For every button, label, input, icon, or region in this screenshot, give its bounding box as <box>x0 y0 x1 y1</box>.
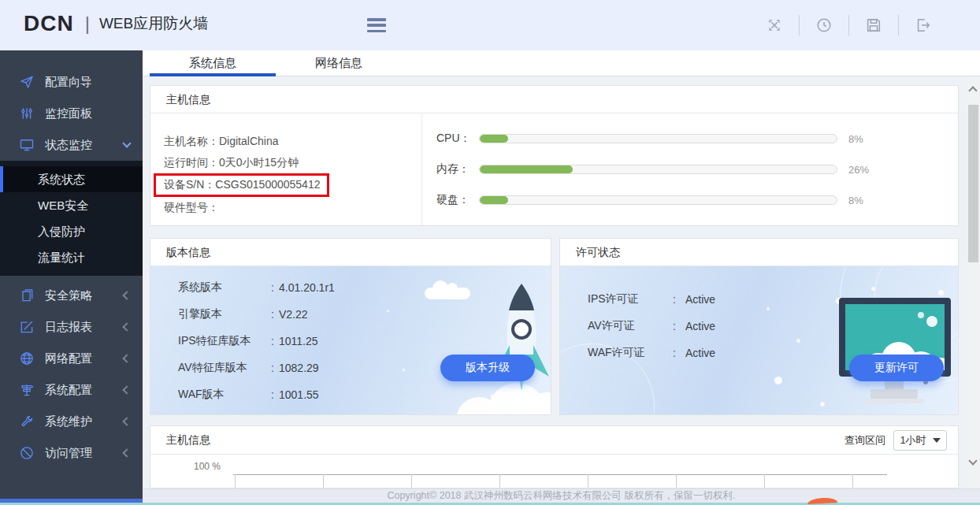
panel-title: 主机信息 <box>150 86 958 113</box>
host-chart-header: 主机信息 查询区间 1小时 <box>150 426 958 455</box>
chart-axis-line <box>233 474 887 475</box>
wrench-icon <box>19 414 35 429</box>
host-info-panel: 主机信息 主机名称：DigitalChina 运行时间：0天0小时15分钟 设备… <box>150 85 959 226</box>
save-icon[interactable] <box>865 17 882 34</box>
scroll-up-icon[interactable] <box>968 86 977 95</box>
monitor-icon <box>19 137 35 153</box>
monitor-illustration <box>833 295 955 413</box>
chevron-left-icon <box>122 322 131 331</box>
sidebar-item-access-management[interactable]: 访问管理 <box>0 437 143 469</box>
sidebar-item-label: 日志报表 <box>45 320 124 335</box>
brand: DCN | WEB应用防火墙 <box>24 11 208 36</box>
signpost-icon <box>19 382 35 398</box>
waf-dashboard: DCN | WEB应用防火墙 <box>0 0 980 505</box>
sparkle-dot <box>403 369 405 371</box>
sidebar-item-label: 安全策略 <box>45 288 124 303</box>
brand-separator: | <box>85 13 90 35</box>
sidebar-item-label: 配置向导 <box>45 75 130 90</box>
header-divider <box>898 15 899 35</box>
license-status-panel: 许可状态 IPS许可证 : Active AV许可证 : Active WAF许… <box>559 238 959 415</box>
app-title: WEB应用防火墙 <box>99 13 208 34</box>
copyright-text: Copyright© 2018 武汉神州数码云科网络技术有限公司 版权所有，保留… <box>388 490 736 501</box>
app-header: DCN | WEB应用防火墙 <box>0 0 980 50</box>
dcn-logo: DCN <box>24 11 74 36</box>
resource-meters: CPU： 8% 内存： 26% 硬盘： 8% <box>422 113 958 225</box>
paper-plane-icon <box>19 74 35 90</box>
sidebar-item-system-maintenance[interactable]: 系统维护 <box>0 406 143 437</box>
decor-dot <box>767 307 770 310</box>
sidebar-subitem-intrusion-prevention[interactable]: 入侵防护 <box>0 218 143 244</box>
decor-dot <box>820 402 825 407</box>
hardware-model-row: 硬件型号： <box>164 197 421 218</box>
chart-gridline <box>411 474 412 488</box>
sidebar-item-label: 系统维护 <box>45 414 124 429</box>
chevron-left-icon <box>122 354 131 362</box>
sidebar-item-log-report[interactable]: 日志报表 <box>0 311 143 343</box>
footer: Copyright© 2018 武汉神州数码云科网络技术有限公司 版权所有，保留… <box>143 488 980 503</box>
host-fields: 主机名称：DigitalChina 运行时间：0天0小时15分钟 设备S/N：C… <box>150 113 422 225</box>
sidebar-item-label: 系统配置 <box>45 383 124 398</box>
version-info-panel: 版本信息 系统版本 : 4.01.20.1r1 引擎版本 : V2.22 IPS… <box>150 238 551 415</box>
chart-gridline <box>235 474 236 488</box>
logout-icon[interactable] <box>915 17 932 34</box>
y-axis-tick-label: 100 % <box>194 461 221 472</box>
decor-dot <box>774 377 782 384</box>
query-range-select[interactable]: 1小时 <box>893 430 947 451</box>
query-range-control: 查询区间 1小时 <box>845 430 947 451</box>
clock-icon[interactable] <box>815 17 833 34</box>
sparkle-dot <box>387 310 389 312</box>
sidebar-item-system-config[interactable]: 系统配置 <box>0 374 143 406</box>
sidebar-item-label: 网络配置 <box>45 351 124 366</box>
disk-meter-track <box>479 195 837 205</box>
chart-gridline <box>852 474 853 488</box>
tab-system-info[interactable]: 系统信息 <box>150 50 276 76</box>
chart-gridline <box>764 474 765 488</box>
cpu-meter-row: CPU： 8% <box>436 132 958 146</box>
sidebar-item-monitor-panel[interactable]: 监控面板 <box>0 98 143 129</box>
sliders-icon <box>19 106 35 121</box>
panel-title: 许可状态 <box>560 239 958 266</box>
memory-meter-row: 内存： 26% <box>436 162 958 176</box>
scroll-down-icon[interactable] <box>968 456 977 465</box>
memory-percent: 26% <box>848 164 869 176</box>
decor-dot <box>871 287 875 291</box>
rocket-illustration <box>488 279 551 414</box>
cpu-percent: 8% <box>848 133 863 145</box>
sidebar-item-config-wizard[interactable]: 配置向导 <box>0 66 143 98</box>
tab-network-info[interactable]: 网络信息 <box>276 50 402 76</box>
version-upgrade-button[interactable]: 版本升级 <box>440 355 535 381</box>
vertical-scrollbar[interactable] <box>967 76 980 488</box>
sidebar-subitem-traffic-stats[interactable]: 流量统计 <box>0 244 143 270</box>
serial-number-row: 设备S/N：CSGS015000055412 <box>164 173 421 197</box>
chevron-left-icon <box>122 291 131 299</box>
sidebar-item-security-policy[interactable]: 安全策略 <box>0 280 143 311</box>
sidebar-item-label: 监控面板 <box>45 106 130 121</box>
header-divider <box>848 15 849 35</box>
status-monitoring-submenu: 系统状态 WEB安全 入侵防护 流量统计 <box>0 161 143 276</box>
panel-title: 主机信息 <box>166 433 210 447</box>
query-range-value: 1小时 <box>900 433 926 447</box>
chevron-left-icon <box>122 385 131 394</box>
serial-number-highlight-box: 设备S/N：CSGS015000055412 <box>154 173 329 197</box>
sidebar-item-status-monitoring[interactable]: 状态监控 <box>0 129 143 161</box>
cpu-meter-fill <box>480 135 508 143</box>
scrollbar-thumb[interactable] <box>968 105 978 262</box>
sidebar-item-label: 状态监控 <box>45 138 124 153</box>
sidebar-subitem-system-status[interactable]: 系统状态 <box>0 166 143 192</box>
hamburger-icon[interactable] <box>367 18 386 32</box>
update-license-button[interactable]: 更新许可 <box>849 355 944 381</box>
edit-icon <box>19 319 35 335</box>
panel-title: 版本信息 <box>150 239 551 266</box>
disk-meter-fill <box>480 196 508 204</box>
sidebar-subitem-web-security[interactable]: WEB安全 <box>0 192 143 218</box>
sidebar-item-network-config[interactable]: 网络配置 <box>0 343 143 374</box>
chevron-down-icon <box>122 139 131 147</box>
host-chart-panel: 主机信息 查询区间 1小时 100 % <box>150 425 959 488</box>
header-divider <box>799 15 800 35</box>
disk-percent: 8% <box>848 195 863 206</box>
decor-dot <box>796 339 800 343</box>
cpu-meter-track <box>479 134 837 143</box>
chart-gridline <box>323 474 324 488</box>
fullscreen-icon[interactable] <box>766 17 783 34</box>
cloud-decoration <box>425 288 470 299</box>
